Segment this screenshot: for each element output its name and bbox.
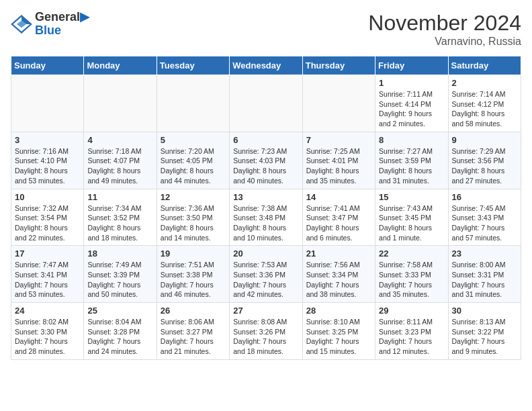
calendar-cell: 15Sunrise: 7:43 AM Sunset: 3:45 PM Dayli… [375, 189, 448, 246]
logo: General▶ Blue [11, 11, 89, 38]
day-info: Sunrise: 7:34 AM Sunset: 3:52 PM Dayligh… [87, 203, 152, 243]
weekday-header: Thursday [302, 56, 375, 75]
day-number: 25 [87, 306, 152, 316]
day-number: 2 [452, 78, 517, 88]
day-number: 22 [379, 248, 444, 259]
day-number: 23 [452, 248, 517, 259]
logo-icon [11, 13, 32, 35]
day-info: Sunrise: 7:32 AM Sunset: 3:54 PM Dayligh… [15, 203, 80, 243]
day-info: Sunrise: 7:36 AM Sunset: 3:50 PM Dayligh… [161, 203, 226, 243]
calendar-cell: 3Sunrise: 7:16 AM Sunset: 4:10 PM Daylig… [11, 132, 84, 189]
calendar-cell: 23Sunrise: 8:00 AM Sunset: 3:31 PM Dayli… [448, 246, 521, 303]
day-number: 1 [379, 78, 444, 88]
calendar-header-row: SundayMondayTuesdayWednesdayThursdayFrid… [11, 56, 521, 75]
calendar-cell: 11Sunrise: 7:34 AM Sunset: 3:52 PM Dayli… [84, 189, 157, 246]
calendar-cell: 10Sunrise: 7:32 AM Sunset: 3:54 PM Dayli… [11, 189, 84, 246]
month-title: November 2024 [368, 11, 521, 36]
day-number: 5 [161, 135, 226, 145]
weekday-header: Friday [375, 56, 448, 75]
day-number: 13 [233, 192, 298, 202]
calendar-cell: 17Sunrise: 7:47 AM Sunset: 3:41 PM Dayli… [11, 246, 84, 303]
calendar-table: SundayMondayTuesdayWednesdayThursdayFrid… [11, 56, 521, 360]
day-info: Sunrise: 7:11 AM Sunset: 4:14 PM Dayligh… [379, 89, 444, 129]
calendar-body: 1Sunrise: 7:11 AM Sunset: 4:14 PM Daylig… [11, 75, 521, 360]
weekday-header: Wednesday [230, 56, 302, 75]
day-info: Sunrise: 7:47 AM Sunset: 3:41 PM Dayligh… [15, 260, 80, 300]
day-number: 30 [452, 306, 517, 316]
day-info: Sunrise: 7:51 AM Sunset: 3:38 PM Dayligh… [161, 260, 226, 300]
day-info: Sunrise: 7:23 AM Sunset: 4:03 PM Dayligh… [233, 146, 298, 186]
day-info: Sunrise: 7:20 AM Sunset: 4:05 PM Dayligh… [161, 146, 226, 186]
calendar-cell: 25Sunrise: 8:04 AM Sunset: 3:28 PM Dayli… [84, 303, 157, 360]
day-number: 8 [379, 135, 444, 145]
day-info: Sunrise: 7:58 AM Sunset: 3:33 PM Dayligh… [379, 260, 444, 300]
day-number: 28 [306, 306, 371, 316]
calendar-cell: 6Sunrise: 7:23 AM Sunset: 4:03 PM Daylig… [230, 132, 302, 189]
calendar-cell: 7Sunrise: 7:25 AM Sunset: 4:01 PM Daylig… [302, 132, 375, 189]
day-info: Sunrise: 7:41 AM Sunset: 3:47 PM Dayligh… [306, 203, 371, 243]
calendar-week-row: 1Sunrise: 7:11 AM Sunset: 4:14 PM Daylig… [11, 75, 521, 132]
day-info: Sunrise: 7:29 AM Sunset: 3:56 PM Dayligh… [452, 146, 517, 186]
day-number: 4 [87, 135, 152, 145]
weekday-header: Saturday [448, 56, 521, 75]
calendar-cell [11, 75, 84, 132]
day-number: 7 [306, 135, 371, 145]
calendar-cell: 8Sunrise: 7:27 AM Sunset: 3:59 PM Daylig… [375, 132, 448, 189]
calendar-week-row: 17Sunrise: 7:47 AM Sunset: 3:41 PM Dayli… [11, 246, 521, 303]
day-info: Sunrise: 8:06 AM Sunset: 3:27 PM Dayligh… [161, 317, 226, 357]
calendar-cell: 18Sunrise: 7:49 AM Sunset: 3:39 PM Dayli… [84, 246, 157, 303]
calendar-week-row: 10Sunrise: 7:32 AM Sunset: 3:54 PM Dayli… [11, 189, 521, 246]
day-info: Sunrise: 7:27 AM Sunset: 3:59 PM Dayligh… [379, 146, 444, 186]
day-number: 19 [161, 248, 226, 259]
calendar-cell [84, 75, 157, 132]
day-info: Sunrise: 8:00 AM Sunset: 3:31 PM Dayligh… [452, 260, 517, 300]
day-number: 10 [15, 192, 80, 202]
day-number: 18 [87, 248, 152, 259]
day-number: 16 [452, 192, 517, 202]
day-number: 24 [15, 306, 80, 316]
day-info: Sunrise: 8:08 AM Sunset: 3:26 PM Dayligh… [233, 317, 298, 357]
day-info: Sunrise: 7:43 AM Sunset: 3:45 PM Dayligh… [379, 203, 444, 243]
day-info: Sunrise: 7:56 AM Sunset: 3:34 PM Dayligh… [306, 260, 371, 300]
day-number: 15 [379, 192, 444, 202]
calendar-cell: 16Sunrise: 7:45 AM Sunset: 3:43 PM Dayli… [448, 189, 521, 246]
day-info: Sunrise: 7:14 AM Sunset: 4:12 PM Dayligh… [452, 89, 517, 129]
day-number: 21 [306, 248, 371, 259]
calendar-cell: 26Sunrise: 8:06 AM Sunset: 3:27 PM Dayli… [157, 303, 229, 360]
day-number: 14 [306, 192, 371, 202]
day-number: 9 [452, 135, 517, 145]
day-number: 26 [161, 306, 226, 316]
weekday-header: Sunday [11, 56, 84, 75]
calendar-cell [157, 75, 229, 132]
calendar-cell: 1Sunrise: 7:11 AM Sunset: 4:14 PM Daylig… [375, 75, 448, 132]
day-number: 11 [87, 192, 152, 202]
day-info: Sunrise: 7:25 AM Sunset: 4:01 PM Dayligh… [306, 146, 371, 186]
day-info: Sunrise: 7:53 AM Sunset: 3:36 PM Dayligh… [233, 260, 298, 300]
location-title: Varnavino, Russia [368, 36, 521, 48]
calendar-cell [302, 75, 375, 132]
calendar-cell: 30Sunrise: 8:13 AM Sunset: 3:22 PM Dayli… [448, 303, 521, 360]
day-info: Sunrise: 8:11 AM Sunset: 3:23 PM Dayligh… [379, 317, 444, 357]
calendar-week-row: 24Sunrise: 8:02 AM Sunset: 3:30 PM Dayli… [11, 303, 521, 360]
calendar-cell: 21Sunrise: 7:56 AM Sunset: 3:34 PM Dayli… [302, 246, 375, 303]
calendar-cell [230, 75, 302, 132]
day-number: 29 [379, 306, 444, 316]
calendar-cell: 27Sunrise: 8:08 AM Sunset: 3:26 PM Dayli… [230, 303, 302, 360]
calendar-cell: 9Sunrise: 7:29 AM Sunset: 3:56 PM Daylig… [448, 132, 521, 189]
day-number: 17 [15, 248, 80, 259]
calendar-cell: 12Sunrise: 7:36 AM Sunset: 3:50 PM Dayli… [157, 189, 229, 246]
calendar-cell: 4Sunrise: 7:18 AM Sunset: 4:07 PM Daylig… [84, 132, 157, 189]
day-info: Sunrise: 8:10 AM Sunset: 3:25 PM Dayligh… [306, 317, 371, 357]
day-info: Sunrise: 7:16 AM Sunset: 4:10 PM Dayligh… [15, 146, 80, 186]
day-info: Sunrise: 8:13 AM Sunset: 3:22 PM Dayligh… [452, 317, 517, 357]
weekday-header: Tuesday [157, 56, 229, 75]
calendar-cell: 13Sunrise: 7:38 AM Sunset: 3:48 PM Dayli… [230, 189, 302, 246]
weekday-header: Monday [84, 56, 157, 75]
calendar-cell: 22Sunrise: 7:58 AM Sunset: 3:33 PM Dayli… [375, 246, 448, 303]
calendar-cell: 28Sunrise: 8:10 AM Sunset: 3:25 PM Dayli… [302, 303, 375, 360]
day-number: 20 [233, 248, 298, 259]
day-info: Sunrise: 8:04 AM Sunset: 3:28 PM Dayligh… [87, 317, 152, 357]
title-area: November 2024 Varnavino, Russia [368, 11, 521, 48]
day-info: Sunrise: 7:38 AM Sunset: 3:48 PM Dayligh… [233, 203, 298, 243]
day-number: 27 [233, 306, 298, 316]
